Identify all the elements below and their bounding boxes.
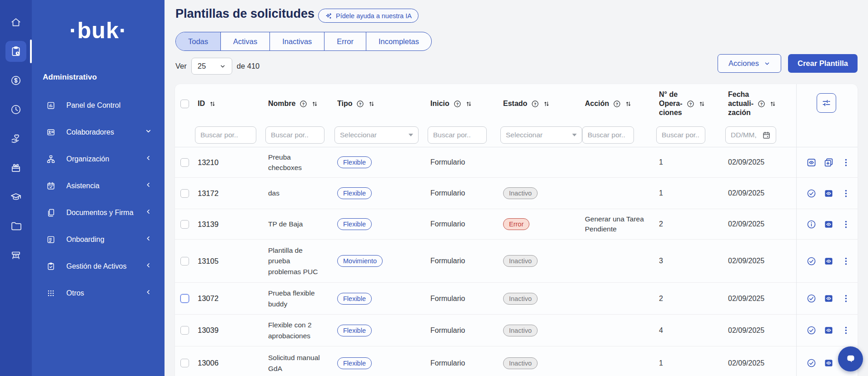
time-icon[interactable] [5, 99, 26, 120]
sidebar-item-onboarding[interactable]: Onboarding [32, 226, 165, 253]
row-checkbox[interactable] [180, 158, 189, 167]
home-icon[interactable] [5, 12, 26, 33]
sidebar-item-otros[interactable]: Otros [32, 280, 165, 306]
sidebar-item-gesti-n-de-activos[interactable]: Gestión de Activos [32, 253, 165, 280]
column-label: Inicio [430, 99, 449, 108]
help-icon[interactable]: ? [758, 100, 765, 108]
date-filter[interactable]: DD/MM, [725, 126, 776, 144]
search-input[interactable]: Buscar por.. [195, 126, 256, 144]
tab-inactivas[interactable]: Inactivas [270, 32, 324, 50]
search-input[interactable]: Buscar por.. [428, 126, 487, 144]
search-input[interactable]: Buscar por.. [582, 126, 634, 144]
crear-plantilla-button[interactable]: Crear Plantilla [788, 54, 858, 73]
estado-badge: Inactivo [503, 357, 538, 369]
sort-icon[interactable] [543, 100, 550, 107]
filter-cell: Buscar por.. [580, 126, 654, 144]
sidebar-item-organizaci-n[interactable]: Organización [32, 145, 165, 172]
training-icon[interactable] [5, 186, 26, 207]
svg-text:?: ? [616, 101, 618, 106]
search-input[interactable]: Buscar por.. [656, 126, 705, 144]
row-fecha: 02/09/2025 [723, 220, 796, 228]
help-icon[interactable]: ? [299, 100, 307, 108]
acciones-button[interactable]: Acciones [718, 54, 781, 73]
row-inicio: Formulario [426, 326, 499, 335]
row-tipo: Flexible [333, 187, 426, 199]
row-nombre: Solicitud manual GdA [264, 352, 333, 374]
row-checkbox[interactable] [180, 359, 189, 367]
tipo-badge: Flexible [337, 357, 372, 369]
sidebar-item-label: Colaboradores [66, 128, 145, 136]
check-circle-icon[interactable] [807, 326, 816, 335]
placeholder-text: Buscar por.. [271, 131, 309, 139]
sort-icon[interactable] [625, 100, 632, 107]
tipo-badge: Flexible [337, 325, 372, 336]
tab-todas[interactable]: Todas [176, 32, 221, 50]
row-checkbox[interactable] [180, 326, 189, 335]
sort-icon[interactable] [465, 100, 472, 107]
row-checkbox[interactable] [180, 189, 189, 198]
kebab-menu-icon[interactable] [841, 294, 851, 303]
kebab-menu-icon[interactable] [841, 326, 851, 335]
select-filter[interactable]: Seleccionar [334, 126, 419, 144]
preview-icon[interactable] [824, 358, 833, 368]
preview-icon[interactable] [824, 220, 833, 229]
filter-cell: Buscar por.. [193, 126, 264, 144]
tab-error[interactable]: Error [324, 32, 366, 50]
estado-badge: Inactivo [503, 255, 538, 267]
tab-activas[interactable]: Activas [221, 32, 270, 50]
ai-help-button[interactable]: Pídele ayuda a nuestra IA [318, 9, 419, 23]
row-actions [796, 220, 858, 229]
row-checkbox[interactable] [180, 220, 189, 229]
files-icon[interactable] [5, 216, 26, 236]
kebab-menu-icon[interactable] [841, 189, 851, 198]
search-input[interactable]: Buscar por.. [265, 126, 324, 144]
sort-icon[interactable] [698, 100, 705, 107]
row-checkbox[interactable] [180, 294, 189, 303]
preview-icon[interactable] [824, 294, 833, 303]
duplicate-icon[interactable] [824, 158, 833, 167]
calendar-check-icon [46, 181, 55, 191]
sidebar-item-asistencia[interactable]: Asistencia [32, 172, 165, 199]
preview-icon[interactable] [824, 256, 833, 266]
kebab-menu-icon[interactable] [841, 158, 851, 167]
archive-icon[interactable] [5, 245, 26, 266]
kebab-menu-icon[interactable] [841, 220, 851, 229]
benefits-icon[interactable] [5, 128, 26, 149]
page-size-select[interactable]: 25 [191, 58, 232, 75]
preview-icon[interactable] [824, 189, 833, 198]
chat-bubble-button[interactable] [838, 346, 863, 371]
check-circle-icon[interactable] [807, 256, 816, 266]
preview-icon[interactable] [824, 326, 833, 335]
row-id: 13039 [193, 326, 264, 335]
documents-icon [46, 208, 55, 217]
remunerations-icon[interactable] [5, 70, 26, 91]
chevron-left-icon [145, 155, 152, 163]
column-label: N° deOpera-ciones [659, 90, 683, 117]
sort-icon[interactable] [368, 100, 375, 107]
select-filter[interactable]: Seleccionar [500, 126, 582, 144]
preview-icon[interactable] [807, 158, 816, 167]
row-checkbox[interactable] [180, 257, 189, 266]
check-circle-icon[interactable] [807, 189, 816, 198]
sidebar-item-colaboradores[interactable]: Colaboradores [32, 119, 165, 145]
select-all-checkbox[interactable] [180, 100, 189, 108]
column-header-fechaactualizacin: Fechaactuali-zación? [723, 90, 796, 117]
help-icon[interactable]: ? [531, 100, 539, 108]
help-icon[interactable]: ? [613, 100, 621, 108]
help-icon[interactable]: ? [356, 100, 364, 108]
column-settings-button[interactable] [817, 93, 836, 113]
check-circle-icon[interactable] [807, 294, 816, 303]
help-icon[interactable]: ? [454, 100, 461, 108]
sort-icon[interactable] [209, 100, 216, 107]
sort-icon[interactable] [769, 100, 776, 107]
tab-incompletas[interactable]: Incompletas [366, 32, 431, 50]
check-circle-icon[interactable] [807, 358, 816, 368]
sidebar-item-panel-de-control[interactable]: Panel de Control [32, 92, 165, 119]
help-icon[interactable]: ? [687, 100, 694, 108]
gift-icon[interactable] [5, 157, 26, 178]
sidebar-item-documentos-y-firma[interactable]: Documentos y Firma [32, 199, 165, 226]
info-icon[interactable] [807, 220, 816, 229]
sort-icon[interactable] [311, 100, 318, 107]
kebab-menu-icon[interactable] [841, 256, 851, 266]
requests-clipboard-icon[interactable] [5, 41, 26, 62]
